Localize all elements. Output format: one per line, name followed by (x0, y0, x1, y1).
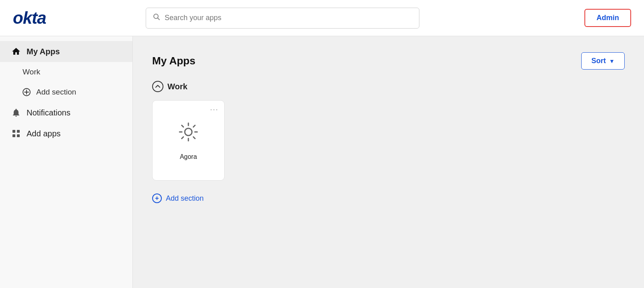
work-section-label: Work (167, 82, 188, 91)
chevron-down-icon: ▼ (609, 58, 615, 64)
header: okta Admin (0, 0, 644, 36)
svg-line-1 (158, 18, 160, 20)
app-card-agora-name: Agora (180, 153, 197, 160)
sidebar-item-notifications[interactable]: Notifications (0, 102, 132, 123)
sidebar-item-work[interactable]: Work (0, 62, 132, 82)
sidebar-item-my-apps-label: My Apps (27, 47, 60, 56)
home-icon (11, 47, 21, 56)
okta-logo: okta (13, 8, 46, 28)
sidebar-item-my-apps[interactable]: My Apps (0, 41, 132, 62)
search-box[interactable] (146, 8, 419, 29)
header-right: Admin (584, 9, 631, 27)
sidebar-item-add-apps[interactable]: Add apps (0, 123, 132, 144)
sidebar-item-notifications-label: Notifications (27, 108, 70, 117)
sidebar-item-add-apps-label: Add apps (27, 129, 61, 138)
add-section-button[interactable]: + Add section (152, 193, 204, 203)
search-icon (153, 13, 161, 23)
logo-area: okta (13, 8, 146, 28)
grid-icon (11, 129, 21, 138)
sidebar-item-add-section[interactable]: Add section (0, 82, 132, 102)
svg-point-9 (185, 128, 192, 136)
sort-button-label: Sort (591, 57, 606, 65)
main-content: My Apps Sort ▼ Work ··· (133, 36, 644, 288)
svg-rect-7 (12, 134, 15, 137)
main-header: My Apps Sort ▼ (152, 52, 625, 70)
sidebar: My Apps Work Add section N (0, 36, 133, 288)
gear-icon (177, 121, 200, 148)
sort-button[interactable]: Sort ▼ (581, 52, 625, 70)
section-collapse-icon[interactable] (152, 81, 163, 92)
app-card-agora[interactable]: ··· Agora (152, 100, 225, 181)
work-section-header[interactable]: Work (152, 81, 625, 92)
header-center (146, 8, 575, 29)
sidebar-item-work-label: Work (23, 68, 40, 76)
bell-icon (11, 108, 21, 117)
plus-circle-icon (23, 88, 31, 96)
svg-rect-8 (17, 134, 20, 137)
search-input[interactable] (165, 14, 413, 22)
admin-button[interactable]: Admin (584, 9, 631, 27)
body-layout: My Apps Work Add section N (0, 36, 644, 288)
add-section-plus-icon: + (152, 193, 162, 203)
app-card-menu-icon[interactable]: ··· (210, 105, 219, 114)
svg-rect-6 (17, 130, 20, 133)
add-section-button-label: Add section (166, 194, 204, 203)
sidebar-item-add-section-label: Add section (36, 88, 76, 97)
svg-rect-5 (12, 130, 15, 133)
page-title: My Apps (152, 55, 195, 67)
apps-grid: ··· Agora (152, 100, 625, 181)
